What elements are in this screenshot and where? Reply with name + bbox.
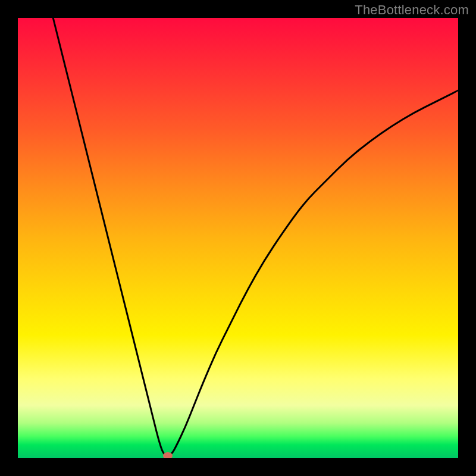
bottleneck-curve <box>53 18 458 455</box>
watermark-text: TheBottleneck.com <box>355 2 469 18</box>
plot-area <box>18 18 458 458</box>
curve-svg <box>18 18 458 458</box>
chart-frame: TheBottleneck.com <box>0 0 476 476</box>
optimal-point-marker <box>163 452 173 458</box>
